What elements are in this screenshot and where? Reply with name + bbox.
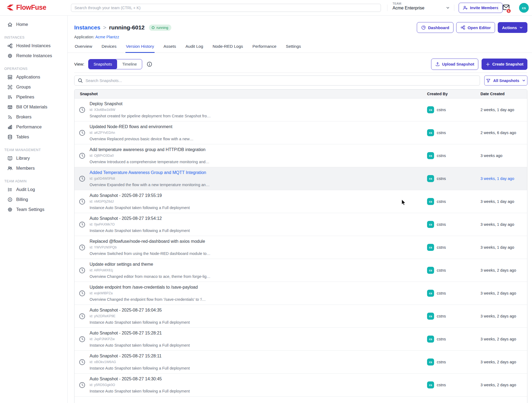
sidebar-item-pipelines[interactable]: Pipelines	[0, 92, 67, 102]
team-search-input[interactable]	[71, 4, 381, 12]
tab-assets[interactable]: Assets	[163, 42, 177, 53]
breadcrumb: Instances > running-6012 running	[74, 24, 171, 31]
snapshot-id: id: y5RD5Ggk0O	[90, 383, 190, 387]
sidebar-item-hosted-instances[interactable]: Hosted Instances	[0, 41, 67, 51]
snapshot-title[interactable]: Auto Snapshot - 2025-08-27 14:30:45	[90, 376, 190, 382]
sidebar-item-home[interactable]: Home	[0, 19, 67, 29]
creator-avatar: cs	[427, 358, 434, 366]
sidebar-item-applications[interactable]: Applications	[0, 72, 67, 82]
creator-avatar: cs	[427, 152, 434, 159]
snapshot-title[interactable]: Update editor settings and theme	[90, 261, 210, 267]
table-row[interactable]: Update editor settings and themeid: AlRP…	[74, 259, 527, 282]
tab-version-history[interactable]: Version History	[125, 42, 155, 53]
table-row[interactable]: Added Temperature Awareness Group and MQ…	[74, 167, 527, 190]
invite-members-label: Invite Members	[470, 6, 499, 10]
tab-performance[interactable]: Performance	[252, 42, 277, 53]
tab-settings[interactable]: Settings	[285, 42, 302, 53]
table-row[interactable]: Update endpoint from /save-credentials t…	[74, 282, 527, 305]
toolbar-divider	[74, 73, 527, 73]
bill-of-materials-icon	[7, 104, 13, 110]
sidebar-item-library[interactable]: Library	[0, 153, 67, 163]
table-row[interactable]: Replaced @flowfuse/node-red-dashboard wi…	[74, 236, 527, 259]
snapshot-filter-dropdown[interactable]: All Snapshots	[484, 76, 527, 86]
sidebar-item-tables[interactable]: Tables	[0, 132, 67, 142]
upload-snapshot-label: Upload Snapshot	[442, 62, 474, 66]
snapshot-title[interactable]: Auto Snapshot - 2025-08-27 15:28:11	[90, 353, 190, 359]
sidebar-item-label: Tables	[16, 134, 29, 139]
table-row[interactable]: Auto Snapshot - 2025-08-27 15:28:21id: J…	[74, 328, 527, 351]
application-label: Application:	[74, 35, 94, 39]
tab-node-red-logs[interactable]: Node-RED Logs	[212, 42, 244, 53]
chevron-down-icon[interactable]	[446, 6, 450, 10]
table-row[interactable]: Deploy Snapshotid: X3o6Bw1k9WSnapshot cr…	[74, 98, 527, 121]
dashboard-button[interactable]: Dashboard	[417, 22, 453, 33]
view-option-snapshots[interactable]: Snapshots	[88, 59, 117, 69]
application-link[interactable]: Acme Plantzz	[95, 35, 119, 39]
sidebar-item-brokers[interactable]: Brokers	[0, 112, 67, 122]
snapshot-title[interactable]: Auto Snapshot - 2025-08-27 19:54:12	[90, 216, 190, 221]
upload-snapshot-button[interactable]: Upload Snapshot	[431, 59, 478, 70]
page-title: running-6012	[109, 24, 145, 31]
table-row[interactable]: Add temperature awareness group and HTTP…	[74, 144, 527, 167]
clock-icon	[79, 358, 86, 366]
sidebar-item-bill-of-materials[interactable]: Bill Of Materials	[0, 102, 67, 112]
snapshot-title[interactable]: Deploy Snapshot	[90, 101, 211, 107]
sidebar-item-audit-log[interactable]: Audit Log	[0, 185, 67, 194]
user-avatar[interactable]: cs	[519, 3, 529, 13]
sidebar-item-performance[interactable]: Performance	[0, 122, 67, 132]
tab-devices[interactable]: Devices	[101, 42, 117, 53]
snapshot-id: id: ga0D4W0Pb8	[90, 176, 210, 181]
sidebar-item-label: Performance	[16, 124, 42, 129]
snapshot-title[interactable]: Updated Node-RED flows and environment	[90, 124, 193, 130]
view-option-timeline[interactable]: Timeline	[117, 59, 142, 69]
creator-avatar: cs	[427, 267, 434, 274]
table-row[interactable]: Auto Snapshot - 2025-08-27 14:30:45id: y…	[74, 374, 527, 397]
status-badge: running	[149, 25, 171, 31]
sidebar-navigation: HomeINSTANCESHosted InstancesRemote Inst…	[0, 16, 68, 403]
table-row[interactable]: Auto Snapshot - 2025-08-27 15:28:11id: o…	[74, 351, 527, 374]
table-row[interactable]: Auto Snapshot - 2025-08-27 16:04:35id: y…	[74, 305, 527, 328]
library-icon	[7, 156, 13, 161]
sidebar-section-team-management: TEAM MANAGEMENT	[4, 147, 67, 153]
sidebar-item-remote-instances[interactable]: Remote Instances	[0, 51, 67, 61]
snapshot-title[interactable]: Auto Snapshot - 2025-08-27 16:04:35	[90, 307, 190, 313]
table-row[interactable]: Updated Node-RED flows and environmentid…	[74, 121, 527, 144]
flowfuse-logo[interactable]: FlowFuse	[6, 4, 46, 11]
snapshot-title[interactable]: Update endpoint from /save-credentials t…	[90, 284, 206, 290]
clock-icon	[79, 267, 86, 274]
create-snapshot-button[interactable]: Create Snapshot	[482, 59, 527, 70]
table-row[interactable]: Auto Snapshot - 2025-08-27 19:55:19id: n…	[74, 190, 527, 213]
snapshot-title[interactable]: Added Temperature Awareness Group and MQ…	[90, 170, 210, 176]
actions-button[interactable]: Actions	[498, 22, 527, 33]
invite-members-button[interactable]: Invite Members	[459, 3, 503, 13]
table-row[interactable]: Add HTTP endpoint for saving credentials…	[74, 397, 527, 403]
info-icon[interactable]	[146, 61, 152, 67]
notifications-button[interactable]: 5	[502, 4, 510, 11]
flowfuse-logo-icon	[6, 4, 14, 11]
breadcrumb-instances-link[interactable]: Instances	[74, 24, 100, 31]
sidebar-item-groups[interactable]: Groups	[0, 82, 67, 92]
topbar-divider	[498, 5, 498, 11]
sidebar-item-members[interactable]: Members	[0, 163, 67, 173]
tab-overview[interactable]: Overview	[74, 42, 93, 53]
table-row[interactable]: Auto Snapshot - 2025-08-27 19:54:12id: 0…	[74, 213, 527, 236]
snapshot-title[interactable]: Auto Snapshot - 2025-08-27 19:55:19	[90, 193, 190, 199]
team-selector[interactable]: TEAM: Acme Enterprise	[393, 2, 424, 11]
snapshot-title[interactable]: Replaced @flowfuse/node-red-dashboard wi…	[90, 238, 210, 244]
sidebar-item-label: Pipelines	[16, 94, 34, 100]
tab-audit-log[interactable]: Audit Log	[185, 42, 204, 53]
view-label: View:	[74, 62, 84, 67]
snapshot-title[interactable]: Auto Snapshot - 2025-08-27 15:28:21	[90, 330, 190, 336]
creator-name: cstns	[437, 222, 446, 227]
flowfuse-wordmark: FlowFuse	[16, 4, 46, 11]
clock-icon	[79, 381, 86, 389]
open-editor-button[interactable]: Open Editor	[456, 22, 495, 33]
snapshot-description: Overview Replaced previous basic device …	[90, 136, 193, 142]
date-created: 2 weeks, 6 days ago	[480, 131, 527, 135]
snapshot-id: id: JxpPJNKPZw	[90, 337, 190, 341]
applications-icon	[7, 74, 13, 80]
snapshot-title[interactable]: Add temperature awareness group and HTTP…	[90, 147, 209, 153]
sidebar-item-team-settings[interactable]: Team Settings	[0, 204, 67, 214]
sidebar-item-billing[interactable]: $Billing	[0, 194, 67, 204]
search-snapshots-input[interactable]	[74, 76, 480, 86]
